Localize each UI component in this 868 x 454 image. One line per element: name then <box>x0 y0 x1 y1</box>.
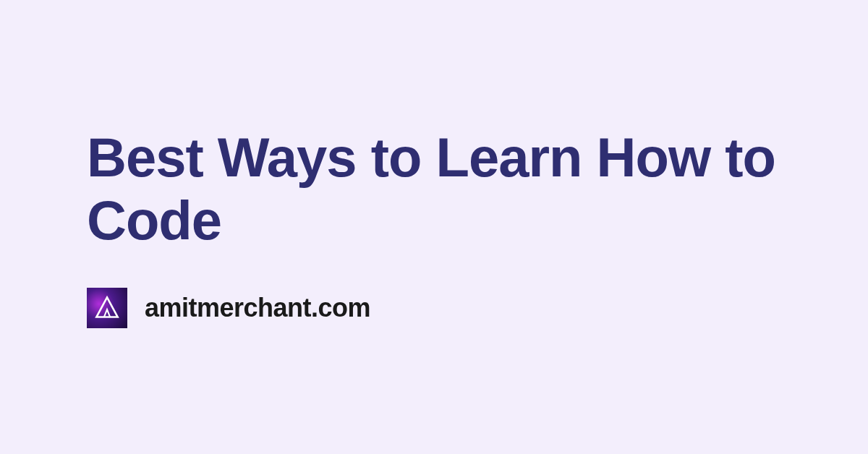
page-title: Best Ways to Learn How to Code <box>87 126 781 252</box>
site-logo-icon <box>87 288 127 328</box>
site-name: amitmerchant.com <box>145 293 370 323</box>
byline: amitmerchant.com <box>87 288 781 328</box>
